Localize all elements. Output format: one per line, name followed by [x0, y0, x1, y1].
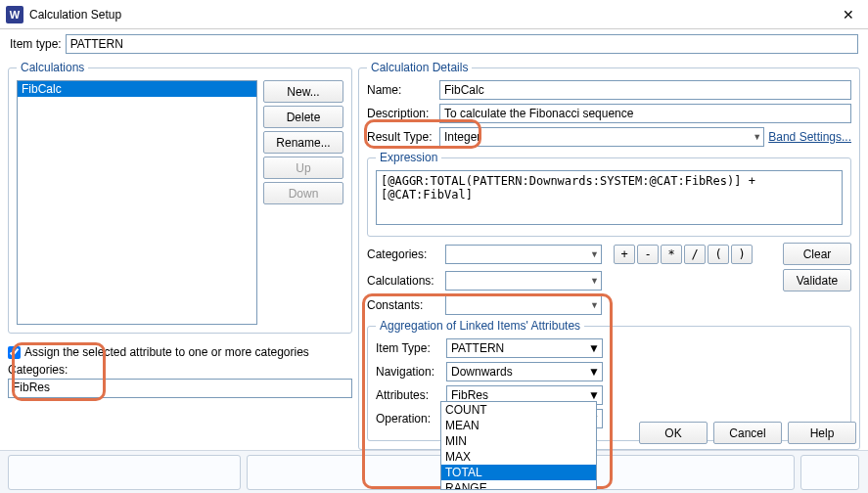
operation-options-list[interactable]: COUNT MEAN MIN MAX TOTAL RANGE [440, 401, 597, 490]
result-type-label: Result Type: [367, 130, 435, 144]
chevron-down-icon: ▼ [753, 132, 761, 142]
expr-calculations-label: Calculations: [367, 274, 441, 288]
op-minus-button[interactable]: - [637, 245, 659, 264]
details-legend: Calculation Details [367, 61, 472, 74]
expr-constants-label: Constants: [367, 298, 441, 312]
option-count[interactable]: COUNT [441, 402, 596, 418]
chevron-down-icon: ▼ [588, 341, 600, 355]
aggr-operation-label: Operation: [376, 412, 442, 426]
band-settings-link[interactable]: Band Settings... [768, 130, 851, 144]
expr-categories-label: Categories: [367, 247, 441, 261]
calculations-list[interactable]: FibCalc [17, 80, 257, 325]
calculations-legend: Calculations [17, 61, 88, 74]
expr-categories-dropdown[interactable]: ▼ [445, 245, 602, 264]
name-input[interactable] [439, 80, 851, 100]
item-type-input[interactable] [66, 34, 858, 54]
close-icon[interactable]: ✕ [829, 0, 868, 29]
option-min[interactable]: MIN [441, 433, 596, 449]
op-mul-button[interactable]: * [661, 245, 682, 264]
chevron-down-icon: ▼ [590, 276, 599, 286]
delete-button[interactable]: Delete [263, 106, 343, 128]
name-label: Name: [367, 83, 435, 97]
item-type-label: Item type: [10, 37, 62, 51]
up-button: Up [263, 157, 343, 179]
categories-label: Categories: [8, 363, 352, 377]
option-range[interactable]: RANGE [441, 480, 596, 489]
chevron-down-icon: ▼ [590, 300, 599, 310]
window-title: Calculation Setup [29, 8, 829, 22]
rename-button[interactable]: Rename... [263, 131, 343, 154]
aggr-attributes-label: Attributes: [376, 388, 442, 402]
list-item[interactable]: FibCalc [18, 81, 256, 97]
cancel-button[interactable]: Cancel [713, 422, 782, 444]
app-icon: W [6, 6, 23, 23]
chevron-down-icon: ▼ [588, 388, 600, 402]
aggregation-legend: Aggregation of Linked Items' Attributes [376, 319, 584, 333]
expr-calculations-dropdown[interactable]: ▼ [445, 271, 602, 291]
expr-constants-dropdown[interactable]: ▼ [445, 295, 602, 315]
chevron-down-icon: ▼ [588, 365, 600, 379]
description-label: Description: [367, 107, 435, 120]
assign-label: Assign the selected attribute to one or … [24, 345, 309, 359]
result-type-value: Integer [444, 130, 480, 144]
option-total[interactable]: TOTAL [441, 465, 596, 480]
description-input[interactable] [439, 104, 851, 123]
background-window-hint [0, 450, 868, 493]
chevron-down-icon: ▼ [590, 249, 599, 259]
aggr-itemtype-dropdown[interactable]: PATTERN▼ [446, 338, 603, 358]
help-button[interactable]: Help [788, 422, 856, 444]
option-mean[interactable]: MEAN [441, 418, 596, 433]
categories-value[interactable]: FibRes [8, 379, 352, 398]
expression-input[interactable] [376, 170, 843, 225]
assign-checkbox[interactable] [8, 346, 21, 359]
op-rparen-button[interactable]: ) [731, 245, 753, 264]
expression-legend: Expression [376, 151, 441, 164]
aggr-itemtype-label: Item Type: [376, 341, 442, 355]
ok-button[interactable]: OK [639, 422, 708, 444]
validate-button[interactable]: Validate [783, 269, 851, 291]
aggr-navigation-dropdown[interactable]: Downwards▼ [446, 362, 603, 381]
op-plus-button[interactable]: + [614, 245, 635, 264]
result-type-dropdown[interactable]: Integer ▼ [439, 127, 764, 147]
aggr-navigation-label: Navigation: [376, 365, 442, 379]
clear-button[interactable]: Clear [783, 243, 851, 265]
op-lparen-button[interactable]: ( [708, 245, 729, 264]
op-div-button[interactable]: / [684, 245, 706, 264]
down-button: Down [263, 182, 343, 204]
option-max[interactable]: MAX [441, 449, 596, 465]
new-button[interactable]: New... [263, 80, 343, 103]
